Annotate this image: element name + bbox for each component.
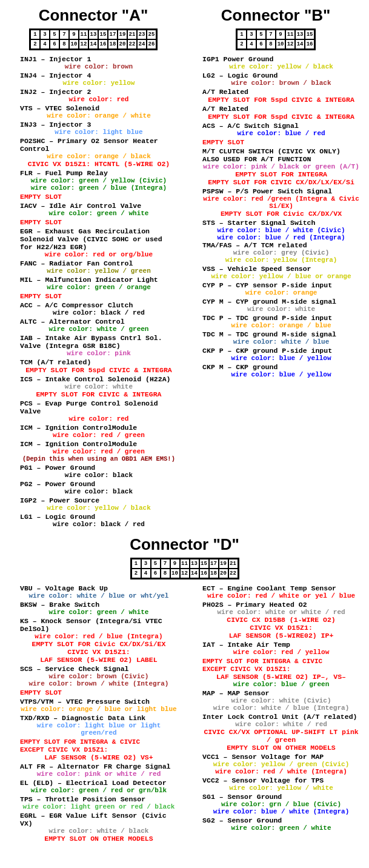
civic-note: CIVIC VX D15Z1: HTCNTL (5-WIRE O2)	[20, 160, 178, 168]
list-item: ACS – A/C Switch Signal wire color: blue…	[202, 122, 360, 137]
wire-color: wire color: red	[20, 415, 178, 422]
list-item: EMPTY SLOT	[20, 193, 178, 201]
wire-color: wire color: black	[20, 472, 178, 479]
list-item: PSPSW – P/S Power Switch Signal wire col…	[202, 187, 360, 218]
list-item: SCS – Service Check Signal wire color: b…	[20, 665, 178, 687]
wire-color: wire color: blue / yellow	[202, 371, 360, 378]
pin-a6: 6	[50, 39, 59, 49]
wire-color: wire color: orange / blue	[202, 322, 360, 329]
list-item: CKP P – CKP ground P-side input wire col…	[202, 347, 360, 362]
list-item: INJ2 – Injector 2 wire color: red	[20, 88, 178, 103]
pin-d19: 19	[219, 559, 228, 569]
wire-color: wire color: green / white	[20, 609, 178, 616]
list-item: PG2 – Power Ground wire color: black	[20, 480, 178, 495]
wire-color: wire color: red /green (Integra & Civic …	[202, 195, 360, 210]
pin-name: VBU – Voltage Back Up	[20, 584, 178, 592]
pin-name: ALT FR – Alternator FR Charge Signal	[20, 763, 178, 770]
pin-a17: 17	[108, 30, 118, 39]
pin-name: MIL – Malfunction Indicator Light	[20, 276, 178, 284]
list-item: TDC M – TDC ground M-side signal wire co…	[202, 330, 360, 346]
wire-color: wire color: green / yellow (Civic)	[20, 177, 178, 184]
pin-b10: 10	[276, 39, 285, 49]
pin-a26: 26	[147, 39, 156, 49]
list-item: MIL – Malfunction Indicator Light wire c…	[20, 276, 178, 291]
pin-name: IAB – Intake Air Bypass Cntrl Sol. Valve…	[20, 334, 178, 350]
wire-color: wire color: blue / yellow	[202, 355, 360, 362]
empty-slot-note: EMPTY SLOT FOR CIVIC & INTEGRA	[20, 390, 178, 398]
wire-color: wire color: pink / black or green (A/T)	[202, 163, 360, 170]
wire-color: wire color: black	[20, 488, 178, 495]
list-item: VCC1 – Sensor Voltage for MAP wire color…	[202, 753, 360, 775]
pin-name: SG1 – Sensor Ground	[202, 793, 360, 801]
pin-name: VTPS/VTM – VTEC Pressure Switch	[20, 698, 178, 706]
wire-color: wire color: brown	[20, 63, 178, 70]
pin-name: INJ3 – Injector 3	[20, 121, 178, 129]
pin-a13: 13	[88, 30, 98, 39]
connector-d-list-left: VBU – Voltage Back Up wire color: white …	[9, 584, 178, 843]
pin-name: STS – Starter Signal Switch	[202, 219, 360, 227]
list-item: SG1 – Sensor Ground wire color: grn / bl…	[202, 793, 360, 815]
pin-name: ACC – A/C Compressor Clutch	[20, 301, 178, 309]
pin-name: IAT – Intake Air Temp	[202, 641, 360, 649]
list-item: TXD/RXD – Diagnostic Data Link wire colo…	[20, 714, 178, 736]
wire-color: wire color: white / blue	[202, 338, 360, 346]
pin-name: PG2 – Power Ground	[20, 480, 178, 488]
empty-slot: EMPTY SLOT	[20, 218, 62, 226]
wire-tma2: wire color: yellow (Integra)	[202, 256, 360, 264]
pin-name: A/T Related	[202, 105, 360, 113]
pin-a21: 21	[127, 30, 137, 39]
pin-name: TPS – Throttle Position Sensor	[20, 795, 178, 803]
list-item: EMPTY SLOT	[20, 218, 178, 226]
list-item: PCS – Evap Purge Control Solenoid Valve …	[20, 399, 178, 422]
list-item: ECT – Engine Coolant Temp Sensor wire co…	[202, 584, 360, 599]
pin-name: IGP2 – Power Source	[20, 496, 178, 504]
pin-d15: 15	[199, 559, 209, 569]
pin-d11: 11	[180, 559, 190, 569]
pin-a16: 16	[98, 39, 108, 49]
wire-color: wire color: orange / black	[20, 153, 178, 160]
pin-b11: 11	[285, 30, 295, 39]
pin-name: IACV – Idle Air Control Valve	[20, 202, 178, 210]
list-item: ACC – A/C Compressor Clutch wire color: …	[20, 301, 178, 316]
pin-a10: 10	[69, 39, 79, 49]
civic-note: CIVIC CX/VX OPTIONAL UP-SHIFT LT pink / …	[202, 728, 360, 744]
wire-color: wire color: black / red	[20, 309, 178, 316]
pin-name-2: ALSO USED FOR A/T FUNCTION	[202, 155, 360, 163]
wire-color: wire color: light blue	[20, 129, 178, 136]
wire-color: wire color: white / red	[202, 721, 360, 728]
pin-name: PCS – Evap Purge Control Solenoid Valve	[20, 399, 178, 415]
pin-name: INJ4 – Injector 4	[20, 72, 178, 79]
list-item: EL (ELD) – Electrical Load Detector wire…	[20, 779, 178, 794]
connector-b-title: Connector "B"	[191, 6, 360, 25]
pin-b6: 6	[256, 39, 266, 49]
pin-a20: 20	[118, 39, 127, 49]
list-item: EGR – Exhaust Gas Recirculation Solenoid…	[20, 227, 178, 258]
empty-slot: EMPTY SLOT	[202, 138, 244, 146]
wire-color: wire color: white / black	[20, 827, 178, 835]
list-item: BKSW – Brake Switch wire color: green / …	[20, 601, 178, 616]
pin-name: INJ1 – Injector 1	[20, 55, 178, 63]
wire-color-2: wire color: blue / red (Integra)	[202, 234, 360, 241]
laf-vs: LAF SENSOR (5-WIRE O2) VS+	[20, 753, 178, 761]
empty-slot-note2: EMPTY SLOT FOR CIVIC CX/DX/LX/EX/Si	[202, 178, 360, 186]
pin-a3: 3	[40, 30, 50, 39]
list-item: IAT – Intake Air Temp wire color: red / …	[202, 641, 360, 656]
connector-d-section: Connector "D" 1 3 5 7 9 11 13 15 17 19 2…	[9, 535, 360, 844]
list-item: VSS – Vehicle Speed Sensor wire color: y…	[202, 265, 360, 280]
pin-a15: 15	[98, 30, 108, 39]
pin-name: BKSW – Brake Switch	[20, 601, 178, 609]
pin-b2: 2	[237, 39, 247, 49]
empty-slot-note: EMPTY SLOT FOR 5spd CIVIC & INTEGRA	[20, 366, 178, 374]
pin-d8: 8	[161, 569, 170, 578]
pin-b5: 5	[256, 30, 266, 39]
depin-note: (Depin this when using an OBD1 AEM EMS!)	[20, 455, 178, 462]
pin-name: CKP M – CKP ground	[202, 363, 360, 371]
connector-a-pin-grid: 1 3 5 7 9 11 13 15 17 19 21 23 25 2 4	[29, 28, 158, 50]
pin-b3: 3	[247, 30, 256, 39]
wire-color: wire color: red / yellow	[202, 649, 360, 656]
wire-color: wire color: orange / white	[20, 112, 178, 119]
wire-color: wire color: green / white	[20, 210, 178, 217]
pin-a1: 1	[30, 30, 40, 39]
list-item: STS – Starter Signal Switch wire color: …	[202, 219, 360, 264]
connector-d-pin-grid: 1 3 5 7 9 11 13 15 17 19 21 2 4 6 8 10 1…	[130, 558, 239, 579]
